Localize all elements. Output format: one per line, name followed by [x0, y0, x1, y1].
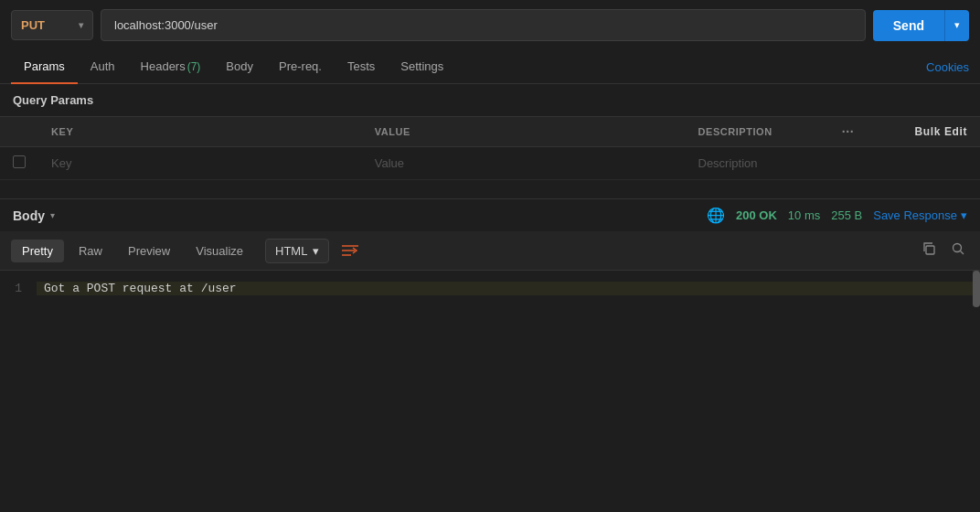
row-dots-cell	[825, 147, 870, 180]
format-bar: Pretty Raw Preview Visualize HTML ▾	[0, 231, 980, 271]
top-bar: PUT ▾ Send ▾	[0, 0, 980, 50]
tab-auth[interactable]: Auth	[78, 50, 128, 84]
scroll-thumb[interactable]	[973, 271, 980, 307]
url-input[interactable]	[101, 9, 866, 41]
format-tab-preview[interactable]: Preview	[117, 240, 181, 262]
query-params-section-header: Query Params	[0, 84, 980, 116]
response-stats: 🌐 200 OK 10 ms 255 B Save Response ▾	[707, 207, 967, 224]
svg-rect-3	[926, 246, 934, 254]
tabs-bar: Params Auth Headers(7) Body Pre-req. Tes…	[0, 50, 980, 84]
status-badge: 200 OK	[736, 208, 777, 222]
key-input-cell[interactable]: Key	[38, 147, 362, 180]
method-label: PUT	[21, 18, 45, 32]
more-options-icon: ···	[842, 124, 854, 139]
value-placeholder: Value	[375, 156, 404, 170]
table-row: Key Value Description	[0, 147, 980, 180]
tab-tests[interactable]: Tests	[335, 50, 388, 84]
col-key: KEY	[38, 117, 362, 147]
description-placeholder: Description	[698, 156, 758, 170]
tab-settings[interactable]: Settings	[388, 50, 456, 84]
col-checkbox	[0, 117, 38, 147]
response-bar: Body ▾ 🌐 200 OK 10 ms 255 B Save Respons…	[0, 198, 980, 231]
save-response-chevron-icon: ▾	[961, 208, 967, 222]
row-bulk-cell	[870, 147, 980, 180]
format-select-dropdown[interactable]: HTML ▾	[265, 239, 329, 263]
row-checkbox-cell[interactable]	[0, 147, 38, 180]
line-number-1: 1	[0, 282, 37, 295]
col-description: DESCRIPTION	[686, 117, 826, 147]
search-icon[interactable]	[947, 238, 969, 263]
response-label: Body	[13, 208, 45, 223]
headers-badge: (7)	[187, 60, 201, 73]
line-content-1: Got a POST request at /user	[37, 282, 980, 295]
tab-params[interactable]: Params	[11, 50, 78, 84]
tab-prereq[interactable]: Pre-req.	[266, 50, 335, 84]
wrap-lines-svg	[340, 242, 360, 259]
tab-headers[interactable]: Headers(7)	[128, 50, 214, 84]
globe-icon: 🌐	[707, 207, 725, 224]
send-button[interactable]: Send	[873, 10, 944, 41]
col-value: VALUE	[362, 117, 686, 147]
scroll-track[interactable]	[973, 271, 980, 306]
method-chevron-icon: ▾	[79, 20, 83, 30]
svg-line-5	[961, 251, 964, 255]
save-response-button[interactable]: Save Response ▾	[873, 208, 967, 222]
key-placeholder: Key	[51, 156, 71, 170]
send-dropdown-button[interactable]: ▾	[944, 10, 969, 41]
copy-icon[interactable]	[918, 238, 940, 263]
format-tab-raw[interactable]: Raw	[68, 240, 113, 262]
description-input-cell[interactable]: Description	[686, 147, 826, 180]
format-bar-actions	[918, 238, 969, 263]
col-bulk-edit[interactable]: Bulk Edit	[870, 117, 980, 147]
response-chevron-icon[interactable]: ▾	[50, 210, 55, 220]
tab-body[interactable]: Body	[213, 50, 266, 84]
svg-point-4	[953, 244, 962, 252]
value-input-cell[interactable]: Value	[362, 147, 686, 180]
format-tab-pretty[interactable]: Pretty	[11, 240, 64, 262]
wrap-toggle-icon[interactable]	[340, 242, 360, 259]
response-time: 10 ms	[788, 208, 820, 222]
row-checkbox[interactable]	[13, 155, 26, 168]
format-select-chevron-icon: ▾	[313, 244, 319, 258]
code-line-1: 1 Got a POST request at /user	[0, 280, 980, 297]
response-size: 255 B	[831, 208, 862, 222]
response-label-group: Body ▾	[13, 208, 55, 223]
send-button-group: Send ▾	[873, 10, 969, 41]
params-table: KEY VALUE DESCRIPTION ··· Bulk Edit Key …	[0, 116, 980, 180]
format-tab-visualize[interactable]: Visualize	[185, 240, 254, 262]
response-code-area: 1 Got a POST request at /user	[0, 271, 980, 306]
send-chevron-icon: ▾	[954, 19, 960, 30]
col-dots: ···	[825, 117, 870, 147]
cookies-link[interactable]: Cookies	[926, 60, 969, 74]
method-dropdown[interactable]: PUT ▾	[11, 10, 93, 40]
